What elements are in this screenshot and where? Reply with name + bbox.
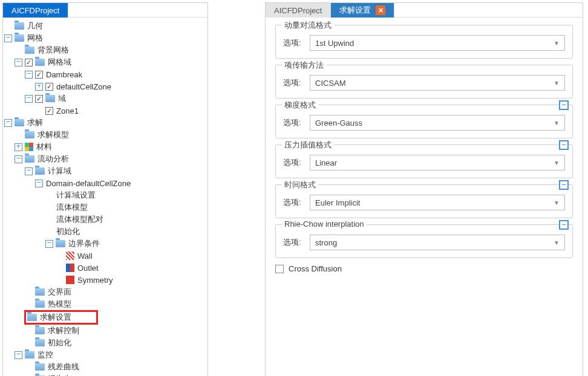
group-title: 压力插值格式 (282, 140, 334, 151)
outlet-icon (66, 264, 74, 272)
group-pressure: 压力插值格式 选项: Linear ▼ (275, 144, 573, 178)
folder-icon (35, 300, 45, 308)
toggle-icon[interactable] (25, 71, 33, 79)
tab-solve-settings[interactable]: 求解设置 ✕ (331, 3, 394, 18)
toggle-icon[interactable] (15, 155, 22, 163)
tree-node-solve[interactable]: 求解 (4, 117, 206, 129)
group-title: 动量对流格式 (282, 20, 334, 31)
project-tree-panel: AICFDProject 几何 网格 背景网格 (2, 2, 208, 376)
tree-node-calc-domain[interactable]: 计算域 (4, 165, 206, 177)
select-value: Linear (315, 158, 337, 167)
tree-node-init2[interactable]: 初始化 (4, 337, 206, 349)
option-label: 选项: (283, 37, 305, 48)
tree-label: 监控 (37, 349, 53, 360)
group-title: Rhie-Chow interplation (282, 219, 367, 229)
toggle-icon[interactable] (15, 59, 22, 66)
toggle-icon[interactable] (4, 34, 12, 42)
folder-icon (56, 240, 65, 247)
tree-node-zone1[interactable]: Zone1 (4, 105, 206, 117)
toggle-icon[interactable] (45, 240, 53, 248)
select-gradient[interactable]: Green-Gauss ▼ (310, 115, 565, 131)
tree-node-dambreak[interactable]: Dambreak (4, 68, 206, 80)
folder-icon (35, 167, 45, 175)
tree-label: 流动分析 (37, 154, 69, 164)
toggle-icon[interactable] (25, 167, 33, 175)
tree-node-bc[interactable]: 边界条件 (4, 238, 206, 250)
collapse-button[interactable] (559, 180, 569, 190)
tree-label: Zone1 (56, 106, 79, 115)
toggle-icon[interactable] (15, 351, 22, 359)
tree-node-mesh-domain[interactable]: 网格域 (4, 56, 206, 68)
tab-project[interactable]: AICFDProject (3, 3, 68, 18)
tree-node-thermal-model[interactable]: 热模型 (4, 298, 206, 310)
settings-panel: AICFDProject 求解设置 ✕ 动量对流格式 选项: 1st Upwin… (265, 2, 583, 376)
collapse-button[interactable] (559, 140, 569, 150)
tree-node-bg-mesh[interactable]: 背景网格 (4, 44, 206, 56)
tree-node-init[interactable]: 初始化 (4, 225, 206, 238)
checkbox[interactable] (35, 71, 43, 79)
tree-node-outlet[interactable]: Outlet (4, 262, 206, 274)
tree-label: Dambreak (45, 70, 82, 79)
tree-node-solve-settings[interactable]: 求解设置 (24, 310, 98, 325)
select-value: strong (315, 238, 337, 247)
tree-node-solve-model[interactable]: 求解模型 (4, 129, 206, 141)
chevron-down-icon: ▼ (554, 120, 560, 126)
toggle-icon[interactable] (4, 119, 12, 127)
checkbox[interactable] (25, 59, 33, 66)
select-transfer[interactable]: CICSAM ▼ (310, 75, 565, 91)
group-rhiechow: Rhie-Chow interplation 选项: strong ▼ (275, 224, 573, 258)
tree-node-resid[interactable]: 残差曲线 (4, 361, 206, 373)
option-label: 选项: (283, 77, 305, 88)
tree-node-symmetry[interactable]: Symmetry (4, 274, 206, 286)
tree-node-defaultcellzone[interactable]: defaultCellZone (4, 80, 206, 92)
checkbox[interactable] (35, 95, 43, 103)
select-value: 1st Upwind (315, 39, 354, 48)
tree-node-wall[interactable]: Wall (4, 250, 206, 262)
select-pressure[interactable]: Linear ▼ (310, 155, 565, 170)
tree-node-domain-dcz[interactable]: Domain-defaultCellZone (4, 177, 206, 189)
tree-node-material[interactable]: 材料 (4, 141, 206, 153)
toggle-icon[interactable] (15, 143, 22, 151)
checkbox-cross-diffusion[interactable] (275, 265, 284, 273)
chevron-down-icon: ▼ (554, 160, 560, 166)
toggle-icon[interactable] (35, 180, 43, 187)
tree-label: defaultCellZone (56, 82, 111, 91)
tree-node-geometry[interactable]: 几何 (4, 20, 206, 32)
tree-node-flow-analysis[interactable]: 流动分析 (4, 153, 206, 165)
select-momentum[interactable]: 1st Upwind ▼ (310, 35, 565, 51)
toggle-icon[interactable] (25, 95, 33, 103)
tree-label: 交界面 (47, 287, 71, 297)
tree-node-interface[interactable]: 交界面 (4, 286, 206, 298)
tree-label: 求解设置 (39, 312, 71, 323)
collapse-button[interactable] (559, 220, 569, 230)
tab-project-right[interactable]: AICFDProject (266, 3, 331, 18)
tree-label: 背景网格 (37, 45, 69, 56)
cross-diffusion-row[interactable]: Cross Diffusion (266, 264, 583, 273)
option-label: 选项: (283, 237, 305, 248)
tree-label: 计算域 (47, 166, 71, 177)
left-tab-row: AICFDProject (3, 3, 207, 18)
tree-node-domain[interactable]: 域 (4, 92, 206, 105)
close-icon[interactable]: ✕ (376, 5, 385, 15)
tree-label: 域 (57, 93, 66, 104)
folder-icon (25, 131, 34, 138)
tree-label: 计算域设置 (56, 190, 96, 201)
tree-node-report[interactable]: 报告表 (4, 373, 206, 376)
tree-node-fluid-model[interactable]: 流体模型 (4, 201, 206, 213)
tree-label: 求解模型 (37, 129, 69, 140)
checkbox[interactable] (45, 83, 53, 91)
select-time[interactable]: Euler Implicit ▼ (310, 195, 565, 210)
tree-node-mesh[interactable]: 网格 (4, 32, 206, 44)
tree-node-fluid-model-pair[interactable]: 流体模型配对 (4, 213, 206, 225)
tree-node-calc-domain-settings[interactable]: 计算域设置 (4, 189, 206, 201)
tree-label: 网格 (27, 33, 43, 44)
checkbox[interactable] (45, 107, 53, 115)
folder-icon (15, 22, 24, 30)
material-icon (25, 143, 33, 151)
tree-label: 网格域 (47, 57, 71, 68)
collapse-button[interactable] (559, 100, 569, 110)
select-rhiechow[interactable]: strong ▼ (310, 235, 565, 250)
tree-node-solve-control[interactable]: 求解控制 (4, 325, 206, 337)
toggle-icon[interactable] (35, 83, 43, 91)
tree-node-monitor[interactable]: 监控 (4, 349, 206, 361)
